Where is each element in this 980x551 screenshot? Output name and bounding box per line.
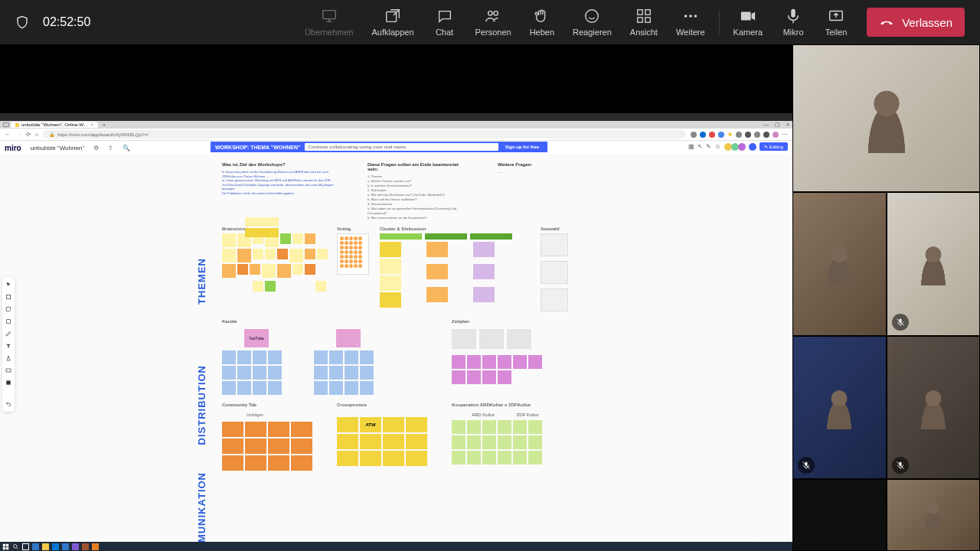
miro-board-title[interactable]: unbubble "Wohnen" <box>31 145 84 152</box>
window-minimize-icon[interactable]: — <box>763 122 769 128</box>
editing-badge[interactable]: ✎Editing <box>760 142 788 151</box>
taskbar-app-icon[interactable] <box>42 543 49 550</box>
comment-tool-icon[interactable] <box>5 380 11 386</box>
atw-sticky[interactable]: ATW <box>360 417 381 432</box>
nav-home-icon[interactable]: ⌂ <box>35 132 38 137</box>
taskbar-app-icon[interactable] <box>62 543 69 550</box>
nav-reload-icon[interactable]: ⟳ <box>26 132 31 138</box>
more-button[interactable]: Weitere <box>667 3 714 41</box>
video-tile[interactable] <box>887 479 981 551</box>
taskbar-app-icon[interactable] <box>32 543 39 550</box>
raise-hand-button[interactable]: Heben <box>521 3 564 41</box>
task-view-icon[interactable] <box>22 543 29 550</box>
intro-more-text: - … <box>498 170 574 174</box>
windows-start-icon[interactable] <box>2 543 9 550</box>
tab-overview-icon[interactable] <box>3 122 9 127</box>
sticky-tool-icon[interactable] <box>5 306 11 312</box>
tab-close-icon[interactable]: × <box>90 122 93 127</box>
auswahl-slot[interactable] <box>541 289 568 311</box>
reaction-icon[interactable]: ☺ <box>714 143 720 150</box>
line-tool-icon[interactable] <box>5 355 11 361</box>
frame-tool-icon[interactable] <box>5 367 11 373</box>
browser-tab[interactable]: unbubble "Wohnen", Online-W… × <box>11 122 98 128</box>
taskbar-app-icon[interactable] <box>92 543 99 550</box>
extension-icon[interactable] <box>700 132 706 138</box>
signup-button[interactable]: Sign up for free <box>501 143 543 151</box>
bookmark-star-icon[interactable]: ★ <box>727 131 733 138</box>
svg-rect-8 <box>645 18 650 22</box>
board-settings-icon[interactable]: ⚙ <box>93 145 99 152</box>
taskbar-app-icon[interactable] <box>52 543 59 550</box>
taskbar-app-icon[interactable] <box>82 543 89 550</box>
taskbar-app-icon[interactable] <box>72 543 79 550</box>
miro-logo[interactable]: miro <box>5 144 21 152</box>
camera-button[interactable]: Kamera <box>724 3 773 41</box>
zeitplan-stickies[interactable] <box>452 355 544 384</box>
export-icon[interactable]: ⇪ <box>108 145 113 152</box>
present-button[interactable] <box>749 143 756 151</box>
group-label: Kanäle <box>222 319 429 324</box>
intro-goal-text: In Zusammenarbeit mit der Kanalleitung W… <box>222 170 337 196</box>
comment-icon[interactable]: ✎ <box>706 143 711 150</box>
popout-icon <box>384 8 401 24</box>
community-stickies[interactable] <box>222 422 322 471</box>
video-tile[interactable] <box>792 479 887 551</box>
text-tool-icon[interactable] <box>5 343 11 349</box>
microphone-button[interactable]: Mikro <box>772 3 815 41</box>
share-button[interactable]: Teilen <box>815 3 858 41</box>
channel-sticky[interactable] <box>336 329 361 347</box>
react-button[interactable]: Reagieren <box>564 3 621 41</box>
search-icon[interactable]: 🔍 <box>122 145 130 152</box>
miro-canvas[interactable]: Was ist Ziel des Workshops? In Zusammena… <box>0 155 792 551</box>
undo-icon[interactable] <box>5 401 11 407</box>
extension-icon[interactable] <box>691 132 697 138</box>
nav-forward-icon[interactable]: → <box>15 131 21 138</box>
popout-button[interactable]: Aufklappen <box>362 3 423 41</box>
collaborator-avatar[interactable] <box>738 143 746 151</box>
brainstorming-stickies[interactable] <box>222 233 329 292</box>
extension-icon[interactable] <box>745 132 751 138</box>
voting-dotgrid[interactable] <box>337 233 369 275</box>
auswahl-slot[interactable] <box>541 261 568 284</box>
chat-button[interactable]: Chat <box>423 3 466 41</box>
youtube-sticky[interactable]: YouTube <box>244 329 269 347</box>
profile-avatar-icon[interactable] <box>773 132 779 138</box>
auswahl-slot[interactable] <box>541 233 568 256</box>
share-icon <box>828 8 844 24</box>
cursor-icon[interactable]: ↖ <box>697 143 703 150</box>
crosspromo-stickies[interactable]: ATW <box>337 417 436 466</box>
svg-point-22 <box>14 544 18 548</box>
pen-tool-icon[interactable] <box>5 331 11 337</box>
nav-back-icon[interactable]: ← <box>5 131 11 138</box>
monitor-icon <box>321 8 338 24</box>
people-button[interactable]: Personen <box>466 3 521 41</box>
view-button[interactable]: Ansicht <box>621 3 667 41</box>
extension-icon[interactable] <box>736 132 742 138</box>
video-tile[interactable] <box>792 44 980 192</box>
browser-menu-icon[interactable]: ⋯ <box>782 131 788 138</box>
window-close-icon[interactable]: × <box>786 122 789 128</box>
extension-icon[interactable] <box>709 132 715 138</box>
extension-icon[interactable] <box>754 132 760 138</box>
shape-tool-icon[interactable] <box>5 318 11 324</box>
new-tab-button[interactable]: + <box>100 122 109 129</box>
collab-name-input[interactable]: Continue collaborating using your real n… <box>305 143 498 151</box>
video-tile[interactable] <box>792 336 887 480</box>
leave-button[interactable]: Verlassen <box>867 8 965 37</box>
smile-icon <box>583 8 600 24</box>
search-icon[interactable] <box>12 543 19 550</box>
apps-icon[interactable]: ▦ <box>688 143 694 150</box>
select-tool-icon[interactable] <box>5 282 11 288</box>
svg-rect-16 <box>6 369 11 372</box>
video-tile[interactable] <box>792 192 887 336</box>
template-tool-icon[interactable] <box>5 294 11 300</box>
video-tile[interactable] <box>887 192 981 336</box>
koop-stickies[interactable] <box>452 420 551 465</box>
url-field[interactable]: 🔒 https://miro.com/app/board/uXjVM1BLQpY… <box>43 130 686 139</box>
take-control-button[interactable]: Übernehmen <box>296 3 363 41</box>
extension-icon[interactable] <box>718 132 724 138</box>
window-maximize-icon[interactable]: ▢ <box>775 122 780 128</box>
group-label: Crosspromos <box>337 403 444 407</box>
video-tile[interactable] <box>887 336 981 480</box>
extension-icon[interactable] <box>763 132 769 138</box>
